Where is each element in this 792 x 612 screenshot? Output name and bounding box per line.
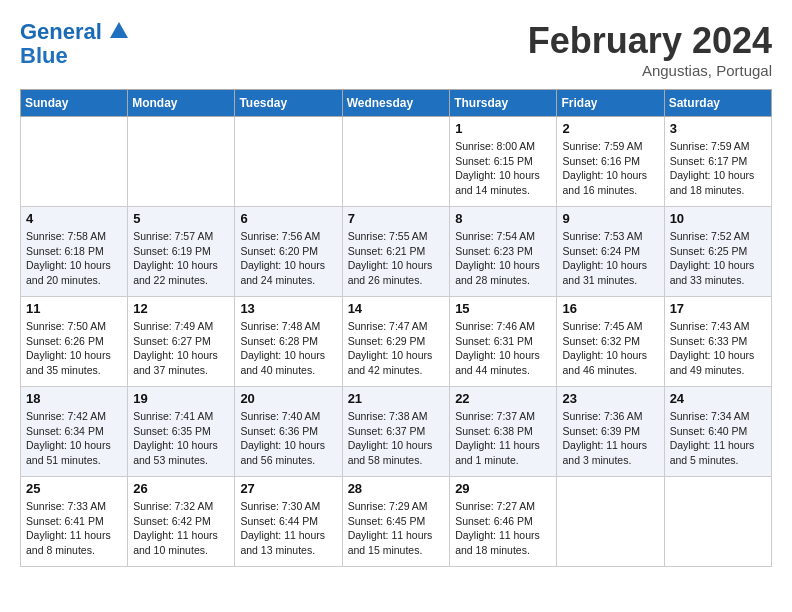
cell-date-number: 5 [133, 211, 229, 226]
cell-info-text: Sunrise: 7:42 AM Sunset: 6:34 PM Dayligh… [26, 409, 122, 468]
calendar-cell: 17Sunrise: 7:43 AM Sunset: 6:33 PM Dayli… [664, 297, 771, 387]
location-subtitle: Angustias, Portugal [528, 62, 772, 79]
calendar-cell: 20Sunrise: 7:40 AM Sunset: 6:36 PM Dayli… [235, 387, 342, 477]
week-row-1: 1Sunrise: 8:00 AM Sunset: 6:15 PM Daylig… [21, 117, 772, 207]
cell-info-text: Sunrise: 7:30 AM Sunset: 6:44 PM Dayligh… [240, 499, 336, 558]
calendar-cell: 12Sunrise: 7:49 AM Sunset: 6:27 PM Dayli… [128, 297, 235, 387]
cell-date-number: 8 [455, 211, 551, 226]
cell-info-text: Sunrise: 7:47 AM Sunset: 6:29 PM Dayligh… [348, 319, 445, 378]
logo: General Blue [20, 20, 128, 68]
title-block: February 2024 Angustias, Portugal [528, 20, 772, 79]
week-row-2: 4Sunrise: 7:58 AM Sunset: 6:18 PM Daylig… [21, 207, 772, 297]
cell-date-number: 29 [455, 481, 551, 496]
cell-info-text: Sunrise: 7:46 AM Sunset: 6:31 PM Dayligh… [455, 319, 551, 378]
cell-info-text: Sunrise: 7:57 AM Sunset: 6:19 PM Dayligh… [133, 229, 229, 288]
cell-date-number: 10 [670, 211, 766, 226]
cell-info-text: Sunrise: 7:49 AM Sunset: 6:27 PM Dayligh… [133, 319, 229, 378]
calendar-cell: 3Sunrise: 7:59 AM Sunset: 6:17 PM Daylig… [664, 117, 771, 207]
cell-info-text: Sunrise: 7:52 AM Sunset: 6:25 PM Dayligh… [670, 229, 766, 288]
calendar-cell: 22Sunrise: 7:37 AM Sunset: 6:38 PM Dayli… [450, 387, 557, 477]
calendar-cell: 19Sunrise: 7:41 AM Sunset: 6:35 PM Dayli… [128, 387, 235, 477]
cell-info-text: Sunrise: 7:33 AM Sunset: 6:41 PM Dayligh… [26, 499, 122, 558]
cell-date-number: 7 [348, 211, 445, 226]
calendar-cell: 7Sunrise: 7:55 AM Sunset: 6:21 PM Daylig… [342, 207, 450, 297]
cell-info-text: Sunrise: 7:38 AM Sunset: 6:37 PM Dayligh… [348, 409, 445, 468]
cell-date-number: 17 [670, 301, 766, 316]
calendar-cell [342, 117, 450, 207]
cell-info-text: Sunrise: 7:53 AM Sunset: 6:24 PM Dayligh… [562, 229, 658, 288]
page-header: General Blue February 2024 Angustias, Po… [20, 20, 772, 79]
calendar-cell: 4Sunrise: 7:58 AM Sunset: 6:18 PM Daylig… [21, 207, 128, 297]
calendar-cell: 16Sunrise: 7:45 AM Sunset: 6:32 PM Dayli… [557, 297, 664, 387]
svg-marker-0 [110, 22, 128, 38]
cell-date-number: 12 [133, 301, 229, 316]
cell-date-number: 2 [562, 121, 658, 136]
cell-info-text: Sunrise: 7:40 AM Sunset: 6:36 PM Dayligh… [240, 409, 336, 468]
cell-date-number: 23 [562, 391, 658, 406]
cell-info-text: Sunrise: 8:00 AM Sunset: 6:15 PM Dayligh… [455, 139, 551, 198]
calendar-cell: 5Sunrise: 7:57 AM Sunset: 6:19 PM Daylig… [128, 207, 235, 297]
cell-info-text: Sunrise: 7:43 AM Sunset: 6:33 PM Dayligh… [670, 319, 766, 378]
cell-date-number: 14 [348, 301, 445, 316]
calendar-cell: 26Sunrise: 7:32 AM Sunset: 6:42 PM Dayli… [128, 477, 235, 567]
calendar-cell: 18Sunrise: 7:42 AM Sunset: 6:34 PM Dayli… [21, 387, 128, 477]
cell-date-number: 21 [348, 391, 445, 406]
day-header-saturday: Saturday [664, 90, 771, 117]
cell-date-number: 6 [240, 211, 336, 226]
calendar-cell [664, 477, 771, 567]
cell-info-text: Sunrise: 7:56 AM Sunset: 6:20 PM Dayligh… [240, 229, 336, 288]
calendar-cell [128, 117, 235, 207]
cell-date-number: 18 [26, 391, 122, 406]
cell-date-number: 25 [26, 481, 122, 496]
cell-info-text: Sunrise: 7:59 AM Sunset: 6:16 PM Dayligh… [562, 139, 658, 198]
week-row-4: 18Sunrise: 7:42 AM Sunset: 6:34 PM Dayli… [21, 387, 772, 477]
cell-info-text: Sunrise: 7:59 AM Sunset: 6:17 PM Dayligh… [670, 139, 766, 198]
cell-info-text: Sunrise: 7:36 AM Sunset: 6:39 PM Dayligh… [562, 409, 658, 468]
cell-info-text: Sunrise: 7:48 AM Sunset: 6:28 PM Dayligh… [240, 319, 336, 378]
cell-date-number: 22 [455, 391, 551, 406]
month-title: February 2024 [528, 20, 772, 62]
logo-blue: Blue [20, 44, 128, 68]
calendar-cell: 11Sunrise: 7:50 AM Sunset: 6:26 PM Dayli… [21, 297, 128, 387]
calendar-cell: 23Sunrise: 7:36 AM Sunset: 6:39 PM Dayli… [557, 387, 664, 477]
cell-date-number: 11 [26, 301, 122, 316]
calendar-cell: 21Sunrise: 7:38 AM Sunset: 6:37 PM Dayli… [342, 387, 450, 477]
logo-text: General [20, 20, 128, 44]
cell-info-text: Sunrise: 7:41 AM Sunset: 6:35 PM Dayligh… [133, 409, 229, 468]
cell-date-number: 24 [670, 391, 766, 406]
calendar-cell: 10Sunrise: 7:52 AM Sunset: 6:25 PM Dayli… [664, 207, 771, 297]
cell-date-number: 26 [133, 481, 229, 496]
day-header-wednesday: Wednesday [342, 90, 450, 117]
cell-info-text: Sunrise: 7:32 AM Sunset: 6:42 PM Dayligh… [133, 499, 229, 558]
cell-date-number: 1 [455, 121, 551, 136]
logo-icon [110, 21, 128, 39]
cell-date-number: 13 [240, 301, 336, 316]
calendar-cell: 24Sunrise: 7:34 AM Sunset: 6:40 PM Dayli… [664, 387, 771, 477]
cell-info-text: Sunrise: 7:55 AM Sunset: 6:21 PM Dayligh… [348, 229, 445, 288]
week-row-3: 11Sunrise: 7:50 AM Sunset: 6:26 PM Dayli… [21, 297, 772, 387]
calendar-cell: 8Sunrise: 7:54 AM Sunset: 6:23 PM Daylig… [450, 207, 557, 297]
calendar-cell: 9Sunrise: 7:53 AM Sunset: 6:24 PM Daylig… [557, 207, 664, 297]
calendar-table: SundayMondayTuesdayWednesdayThursdayFrid… [20, 89, 772, 567]
cell-date-number: 15 [455, 301, 551, 316]
day-header-friday: Friday [557, 90, 664, 117]
cell-date-number: 3 [670, 121, 766, 136]
calendar-cell: 13Sunrise: 7:48 AM Sunset: 6:28 PM Dayli… [235, 297, 342, 387]
cell-date-number: 27 [240, 481, 336, 496]
calendar-cell: 6Sunrise: 7:56 AM Sunset: 6:20 PM Daylig… [235, 207, 342, 297]
calendar-cell: 25Sunrise: 7:33 AM Sunset: 6:41 PM Dayli… [21, 477, 128, 567]
cell-info-text: Sunrise: 7:29 AM Sunset: 6:45 PM Dayligh… [348, 499, 445, 558]
cell-info-text: Sunrise: 7:27 AM Sunset: 6:46 PM Dayligh… [455, 499, 551, 558]
cell-date-number: 28 [348, 481, 445, 496]
cell-date-number: 20 [240, 391, 336, 406]
day-header-thursday: Thursday [450, 90, 557, 117]
calendar-cell [557, 477, 664, 567]
cell-date-number: 9 [562, 211, 658, 226]
cell-info-text: Sunrise: 7:50 AM Sunset: 6:26 PM Dayligh… [26, 319, 122, 378]
cell-date-number: 4 [26, 211, 122, 226]
calendar-cell: 2Sunrise: 7:59 AM Sunset: 6:16 PM Daylig… [557, 117, 664, 207]
calendar-cell: 28Sunrise: 7:29 AM Sunset: 6:45 PM Dayli… [342, 477, 450, 567]
cell-date-number: 16 [562, 301, 658, 316]
calendar-cell: 27Sunrise: 7:30 AM Sunset: 6:44 PM Dayli… [235, 477, 342, 567]
calendar-cell: 14Sunrise: 7:47 AM Sunset: 6:29 PM Dayli… [342, 297, 450, 387]
